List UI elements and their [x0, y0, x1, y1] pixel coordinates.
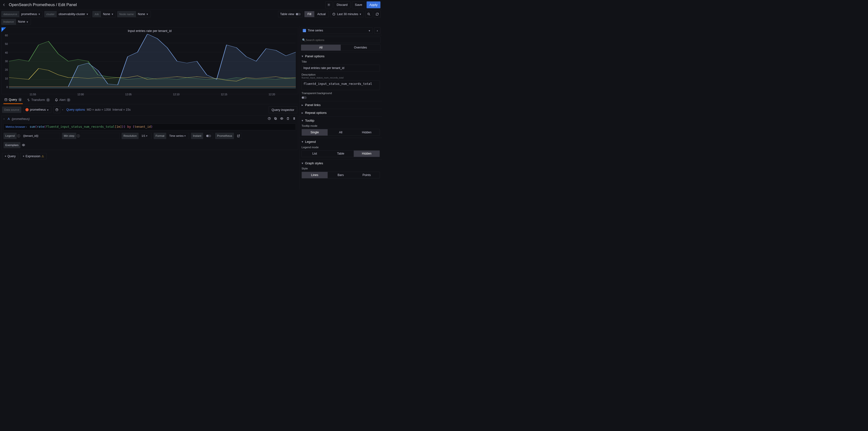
settings-button[interactable]	[325, 1, 332, 8]
query-options-link[interactable]: Query options	[66, 108, 85, 112]
var-cluster-select[interactable]: observability-cluster	[57, 11, 91, 17]
metrics-browser-link[interactable]: Metrics browser ›	[6, 125, 27, 128]
query-editor[interactable]: Metrics browser › sum(rate(fluentd_input…	[4, 123, 296, 130]
title-field-label: Title	[302, 60, 380, 63]
save-button[interactable]: Save	[352, 1, 365, 8]
table-view-switch[interactable]	[296, 13, 301, 16]
min-step-label: Min step	[62, 133, 76, 139]
query-help-icon[interactable]	[268, 117, 271, 121]
legend-mode-table[interactable]: Table	[328, 150, 354, 157]
legend-mode-list[interactable]: List	[302, 150, 328, 157]
query-name[interactable]: A	[7, 117, 10, 121]
data-source-label: Data source	[2, 106, 21, 113]
add-expression-button[interactable]: + Expression ⚠	[20, 153, 46, 159]
fill-option[interactable]: Fill	[305, 11, 314, 17]
section-repeat-options[interactable]: Repeat options	[300, 109, 382, 117]
section-tooltip[interactable]: Tooltip	[300, 117, 382, 124]
time-range-picker[interactable]: Last 30 minutes	[330, 11, 364, 17]
var-datasource-select[interactable]: prometheus	[19, 11, 43, 17]
table-view-toggle[interactable]: Table view	[278, 11, 303, 17]
svg-point-17	[294, 118, 295, 118]
instant-label: Instant	[191, 133, 203, 139]
tab-transform[interactable]: Transform 0	[26, 96, 51, 104]
legend-mode-radio[interactable]: List Table Hidden	[302, 150, 380, 157]
var-datasource-label: datasource	[1, 11, 19, 17]
style-lines[interactable]: Lines	[302, 172, 328, 178]
chart-y-axis: 6050403020100	[4, 34, 9, 92]
tooltip-mode-hidden[interactable]: Hidden	[354, 129, 380, 135]
title-input[interactable]	[302, 65, 380, 71]
drag-query-icon[interactable]	[292, 117, 296, 121]
tab-alert[interactable]: Alert 0	[54, 96, 71, 104]
legend-input[interactable]	[22, 133, 60, 139]
chart-x-axis: 11:5512:0012:0512:1012:1512:20	[9, 92, 296, 96]
svg-point-15	[281, 118, 282, 119]
promql-expression[interactable]: sum(rate(fluentd_input_status_num_record…	[30, 125, 153, 129]
var-job-label: Job	[92, 11, 101, 17]
style-points[interactable]: Points	[354, 172, 380, 178]
min-step-input[interactable]	[81, 133, 120, 139]
section-panel-options[interactable]: Panel options	[300, 53, 382, 60]
chart-plot-area[interactable]: 11:5512:0012:0512:1012:1512:20	[9, 34, 296, 92]
query-inspector-button[interactable]: Query inspector	[269, 106, 297, 113]
toggle-query-visibility-icon[interactable]	[280, 117, 283, 121]
exemplars-toggle-icon[interactable]	[22, 143, 25, 147]
var-instance-select[interactable]: None	[16, 19, 31, 25]
svg-rect-14	[275, 118, 276, 119]
fill-actual-segment[interactable]: Fill Actual	[304, 11, 329, 17]
instant-toggle[interactable]	[204, 133, 213, 139]
tooltip-mode-radio[interactable]: Single All Hidden	[302, 129, 380, 135]
refresh-button[interactable]	[374, 11, 381, 18]
apply-button[interactable]: Apply	[367, 1, 380, 8]
format-select[interactable]: Time series	[167, 133, 189, 139]
svg-rect-13	[275, 118, 277, 120]
back-button[interactable]	[1, 2, 7, 7]
tooltip-mode-single[interactable]: Single	[302, 129, 328, 135]
style-radio[interactable]: Lines Bars Points	[302, 172, 380, 178]
delete-query-icon[interactable]	[286, 117, 289, 121]
options-tab-overrides[interactable]: Overrides	[341, 44, 380, 51]
exemplars-label: Exemplars	[4, 142, 21, 149]
search-options-input[interactable]	[301, 37, 380, 43]
add-query-button[interactable]: + Query	[2, 153, 18, 159]
svg-point-12	[268, 117, 270, 120]
svg-point-16	[293, 118, 294, 118]
query-collapse-toggle[interactable]	[4, 118, 6, 120]
legend-info-icon[interactable]: i	[17, 134, 20, 137]
side-panel-next-button[interactable]: ›	[374, 28, 381, 34]
min-step-info-icon[interactable]: i	[77, 134, 80, 137]
style-bars[interactable]: Bars	[328, 172, 354, 178]
transparent-bg-toggle[interactable]	[302, 96, 307, 99]
data-source-help-button[interactable]	[53, 106, 60, 113]
prometheus-external-link[interactable]	[235, 133, 242, 139]
svg-point-0	[329, 4, 329, 5]
duplicate-query-icon[interactable]	[274, 117, 277, 121]
var-node-label: Node name	[117, 11, 136, 17]
options-tab-group[interactable]: All Overrides	[301, 44, 380, 51]
svg-point-20	[293, 119, 294, 120]
panel-info-corner[interactable]: i	[1, 27, 6, 32]
options-tab-all[interactable]: All	[301, 44, 341, 51]
timeseries-icon	[303, 29, 306, 32]
section-panel-links[interactable]: Panel links	[300, 101, 382, 109]
discard-button[interactable]: Discard	[334, 1, 351, 8]
visualization-picker[interactable]: Time series	[301, 28, 373, 34]
zoom-out-button[interactable]	[366, 11, 372, 18]
var-node-select[interactable]: None	[136, 11, 151, 17]
legend-mode-hidden[interactable]: Hidden	[354, 150, 380, 157]
section-legend[interactable]: Legend	[300, 138, 382, 146]
svg-point-22	[23, 145, 24, 145]
resolution-select[interactable]: 1/1	[140, 133, 151, 139]
tooltip-mode-all[interactable]: All	[328, 129, 354, 135]
var-job-select[interactable]: None	[101, 11, 116, 17]
section-graph-styles[interactable]: Graph styles	[300, 159, 382, 167]
actual-option[interactable]: Actual	[314, 11, 329, 17]
prometheus-icon	[25, 108, 29, 112]
breadcrumb: OpenSearch Prometheus / Edit Panel	[9, 2, 325, 7]
prometheus-link-label: Prometheus	[215, 133, 234, 139]
data-source-picker[interactable]: prometheus	[23, 106, 51, 113]
desc-field-sub: fluentd_input_status_num_records_total	[302, 76, 380, 79]
svg-point-10	[5, 98, 7, 99]
description-input[interactable]	[302, 81, 380, 90]
tab-query[interactable]: Query 1	[3, 96, 23, 104]
